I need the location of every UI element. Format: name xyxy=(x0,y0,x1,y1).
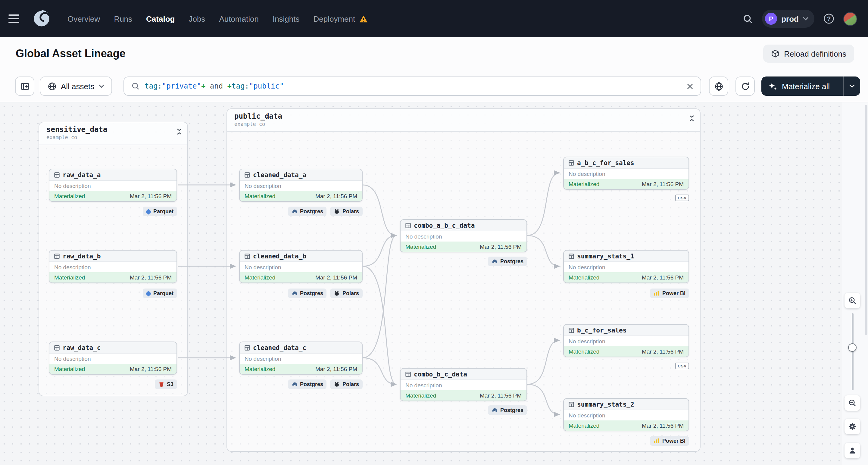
kind-tag-polars[interactable]: Polars xyxy=(331,207,363,216)
asset-scope-dropdown[interactable]: All assets xyxy=(40,76,112,96)
hamburger-menu-button[interactable] xyxy=(8,10,27,28)
asset-node-summary-stats-2[interactable]: summary_stats_2 No description Materiali… xyxy=(563,398,689,431)
parquet-icon xyxy=(146,290,152,296)
materialize-all-button[interactable]: Materialize all xyxy=(762,76,843,96)
kind-tag-polars[interactable]: Polars xyxy=(331,379,363,389)
asset-node-summary-stats-1[interactable]: summary_stats_1 No description Materiali… xyxy=(563,250,689,283)
panel-toggle-icon xyxy=(20,82,29,91)
graph-settings-button[interactable] xyxy=(844,418,860,434)
powerbi-icon xyxy=(654,290,660,296)
table-icon xyxy=(405,223,411,228)
asset-node-combo-b-c-data[interactable]: combo_b_c_data No description Materializ… xyxy=(400,368,527,401)
asset-description: No description xyxy=(401,380,526,390)
materialized-timestamp: Mar 2, 11:56 PM xyxy=(480,243,522,250)
zoom-slider-handle[interactable] xyxy=(848,343,857,352)
materialize-options-caret[interactable] xyxy=(843,76,860,96)
asset-name: raw_data_c xyxy=(63,344,101,351)
status-badge: Materialized xyxy=(245,366,275,372)
asset-node-raw-data-c[interactable]: raw_data_c No description MaterializedMa… xyxy=(49,342,177,375)
deployment-switcher[interactable]: P prod xyxy=(762,10,814,28)
graph-view-button[interactable] xyxy=(709,76,728,96)
asset-node-cleaned-data-a[interactable]: cleaned_data_a No description Materializ… xyxy=(239,169,363,202)
kind-tag-powerbi[interactable]: Power BI xyxy=(650,436,689,446)
table-icon xyxy=(54,172,60,177)
kind-tag-parquet[interactable]: Parquet xyxy=(143,207,177,216)
user-avatar[interactable] xyxy=(843,12,857,26)
reload-definitions-button[interactable]: Reload definitions xyxy=(763,44,854,63)
zoom-slider-track[interactable] xyxy=(852,313,854,390)
parquet-icon xyxy=(146,208,152,214)
nav-insights[interactable]: Insights xyxy=(273,14,300,23)
lineage-canvas[interactable]: sensitive_data example_co public_data ex… xyxy=(0,102,868,465)
asset-node-b-c-for-sales[interactable]: b_c_for_sales No description Materialize… xyxy=(563,324,689,357)
table-icon xyxy=(569,328,574,333)
asset-node-combo-a-b-c-data[interactable]: combo_a_b_c_data No description Material… xyxy=(400,219,527,252)
zoom-in-icon xyxy=(848,296,857,305)
asset-name: raw_data_a xyxy=(63,171,101,178)
status-badge: Materialized xyxy=(54,366,85,372)
kind-tag-postgres[interactable]: Postgres xyxy=(488,257,527,266)
nav-jobs[interactable]: Jobs xyxy=(189,14,205,23)
status-badge: Materialized xyxy=(569,274,599,281)
asset-name: summary_stats_1 xyxy=(577,252,634,259)
user-preferences-button[interactable] xyxy=(844,443,860,458)
status-badge: Materialized xyxy=(569,181,599,187)
asset-node-cleaned-data-b[interactable]: cleaned_data_b No description Materializ… xyxy=(239,250,363,283)
asset-description: No description xyxy=(240,262,362,272)
scrollbar-thumb[interactable] xyxy=(865,105,867,335)
asset-filter-input[interactable]: tag:"private"+ and +tag:"public" xyxy=(123,76,701,96)
dagster-logo-icon xyxy=(31,8,52,29)
kind-tag-parquet[interactable]: Parquet xyxy=(143,288,177,298)
zoom-in-button[interactable] xyxy=(844,293,860,308)
toggle-sidebar-button[interactable] xyxy=(15,76,34,96)
asset-node-raw-data-a[interactable]: raw_data_a No description MaterializedMa… xyxy=(49,169,177,202)
kind-tag-postgres[interactable]: Postgres xyxy=(488,405,527,415)
asset-name: combo_b_c_data xyxy=(414,370,467,378)
kind-tag-csv[interactable]: CSV xyxy=(675,194,689,201)
nav-overview[interactable]: Overview xyxy=(67,14,100,23)
search-button[interactable] xyxy=(743,13,753,24)
collapse-group-button[interactable] xyxy=(176,128,183,135)
group-header: sensitive_data example_co xyxy=(39,122,187,145)
status-badge: Materialized xyxy=(54,193,85,199)
nav-runs[interactable]: Runs xyxy=(114,14,132,23)
clear-query-button[interactable] xyxy=(687,83,693,89)
kind-tag-csv[interactable]: CSV xyxy=(675,363,689,369)
polars-icon xyxy=(334,290,340,296)
kind-tag-powerbi[interactable]: Power BI xyxy=(650,288,689,298)
page-title: Global Asset Lineage xyxy=(16,37,126,70)
status-badge: Materialized xyxy=(405,392,436,399)
nav-automation[interactable]: Automation xyxy=(219,14,259,23)
close-icon xyxy=(687,83,693,89)
collapse-icon xyxy=(688,115,695,122)
asset-node-a-b-c-for-sales[interactable]: a_b_c_for_sales No description Materiali… xyxy=(563,157,689,190)
asset-node-cleaned-data-c[interactable]: cleaned_data_c No description Materializ… xyxy=(239,342,363,375)
reload-definitions-label: Reload definitions xyxy=(784,49,846,58)
status-badge: Materialized xyxy=(245,274,275,281)
nav-catalog[interactable]: Catalog xyxy=(146,14,175,23)
collapse-group-button[interactable] xyxy=(688,115,695,122)
postgres-icon xyxy=(291,290,298,296)
deployment-name: prod xyxy=(781,14,799,23)
collapse-icon xyxy=(176,128,183,135)
asset-scope-label: All assets xyxy=(61,82,94,91)
table-icon xyxy=(245,172,250,177)
kind-tag-postgres[interactable]: Postgres xyxy=(288,288,327,298)
help-button[interactable]: ? xyxy=(824,13,834,24)
dagster-logo[interactable] xyxy=(31,8,52,29)
kind-tag-postgres[interactable]: Postgres xyxy=(288,379,327,389)
kind-tag-polars[interactable]: Polars xyxy=(331,288,363,298)
asset-description: No description xyxy=(240,181,362,191)
kind-tag-s3[interactable]: S3 xyxy=(155,379,177,389)
kind-tag-postgres[interactable]: Postgres xyxy=(288,207,327,216)
asset-name: cleaned_data_c xyxy=(253,344,306,351)
asset-name: raw_data_b xyxy=(63,252,101,259)
asset-node-raw-data-b[interactable]: raw_data_b No description MaterializedMa… xyxy=(49,250,177,283)
refresh-button[interactable] xyxy=(736,76,755,96)
warning-icon xyxy=(359,15,368,23)
materialized-timestamp: Mar 2, 11:56 PM xyxy=(130,366,172,372)
nav-deployment[interactable]: Deployment xyxy=(313,14,368,23)
group-org: example_co xyxy=(234,121,693,127)
zoom-out-button[interactable] xyxy=(844,395,860,411)
postgres-icon xyxy=(291,381,298,387)
